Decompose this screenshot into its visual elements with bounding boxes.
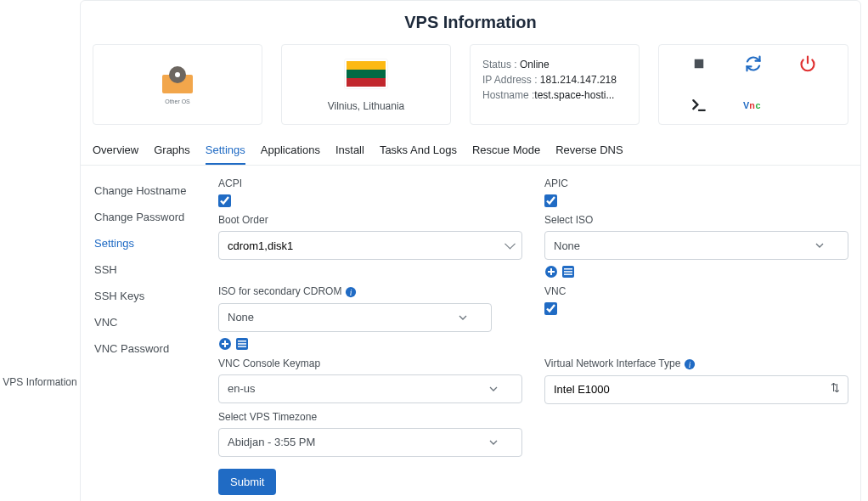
svg-text:n: n [749,100,755,110]
select-iso-dropdown[interactable]: None [544,231,848,260]
page-title: VPS Information [81,13,860,32]
svg-text:i: i [688,359,690,369]
breadcrumb: VPS Information [0,0,80,501]
sidebar-item-ssh[interactable]: SSH [93,256,211,283]
actions-card: Vnc [658,44,848,125]
timezone-label: Select VPS Timezone [218,411,522,423]
apic-label: APIC [544,177,848,189]
add-iso-secondary-button[interactable] [218,337,232,351]
select-iso-value: None [554,239,580,252]
tab-tasks[interactable]: Tasks And Logs [380,138,457,165]
ip-value: 181.214.147.218 [540,74,617,86]
vnc-keymap-value: en-us [228,382,256,395]
svg-rect-7 [564,271,572,273]
hostname-label: Hostname : [482,89,534,101]
acpi-checkbox[interactable] [218,194,231,207]
status-value: Online [520,59,550,70]
sidebar-item-settings[interactable]: Settings [93,230,211,256]
chevron-down-icon [815,241,824,250]
flag-icon [345,59,387,88]
stop-button[interactable] [681,48,717,79]
svg-rect-13 [238,341,246,342]
list-iso-button[interactable] [561,265,575,279]
os-card: Other OS [93,44,262,125]
settings-form: ACPI APIC Boot Order cdrom1,disk1 [218,177,848,495]
acpi-label: ACPI [218,177,522,189]
add-iso-button[interactable] [544,265,558,279]
info-icon[interactable]: i [345,286,357,298]
tab-reverse-dns[interactable]: Reverse DNS [555,138,623,165]
tab-install[interactable]: Install [335,138,364,165]
tab-overview[interactable]: Overview [93,138,138,165]
tab-rescue[interactable]: Rescue Mode [472,138,540,165]
select-iso-label: Select ISO [544,214,848,226]
svg-text:c: c [755,100,760,110]
submit-button[interactable]: Submit [218,469,276,495]
svg-text:i: i [349,287,352,296]
ip-label: IP Address : [482,74,540,86]
vnc-keymap-label: VNC Console Keymap [218,357,522,369]
vnit-label: Virtual Network Interface Type i [544,357,848,370]
vnc-keymap-dropdown[interactable]: en-us [218,374,522,403]
svg-rect-0 [695,59,704,69]
chevron-down-icon [489,385,498,393]
sidebar-item-vncpw[interactable]: VNC Password [93,335,211,362]
hostname-value: test.space-hosti... [534,89,614,101]
restart-button[interactable] [736,48,771,79]
svg-rect-8 [564,273,572,275]
sidebar-item-hostname[interactable]: Change Hostname [93,177,211,204]
info-icon[interactable]: i [684,358,696,370]
terminal-button[interactable] [681,91,717,121]
timezone-value: Abidjan - 3:55 PM [228,436,315,448]
vnc-label: VNC [544,285,848,297]
svg-rect-6 [564,268,572,270]
main-panel: VPS Information Other OS Vilnius, Lithua… [80,0,861,501]
tab-applications[interactable]: Applications [261,138,320,165]
chevron-down-icon [459,313,467,322]
boot-order-label: Boot Order [218,214,522,226]
chevron-down-icon [489,438,498,447]
location-text: Vilnius, Lithuania [328,100,405,112]
tab-settings[interactable]: Settings [206,138,245,165]
sidebar-item-password[interactable]: Change Password [93,204,211,230]
apic-checkbox[interactable] [544,194,557,207]
status-label: Status : [482,59,520,70]
iso-secondary-value: None [228,311,254,324]
list-iso-secondary-button[interactable] [235,337,249,351]
sidebar-item-sshkeys[interactable]: SSH Keys [93,283,211,309]
os-label: Other OS [165,99,190,104]
vnc-checkbox[interactable] [544,302,557,315]
timezone-dropdown[interactable]: Abidjan - 3:55 PM [218,428,522,457]
settings-sidebar: Change Hostname Change Password Settings… [93,177,211,495]
tabs: Overview Graphs Settings Applications In… [81,138,860,166]
action-placeholder [790,91,826,121]
os-icon [161,66,194,97]
svg-rect-15 [238,346,246,347]
svg-rect-14 [238,343,246,345]
iso-secondary-label: ISO for secondary CDROM i [218,285,522,298]
boot-order-select[interactable]: cdrom1,disk1 [218,231,522,260]
iso-secondary-dropdown[interactable]: None [218,303,492,332]
status-card: Status : Online IP Address : 181.214.147… [470,44,640,125]
tab-graphs[interactable]: Graphs [154,138,190,165]
vnit-select[interactable]: Intel E1000 [544,375,848,404]
location-card: Vilnius, Lithuania [281,44,451,125]
power-button[interactable] [790,48,826,79]
vnc-button[interactable]: Vnc [736,91,771,121]
sidebar-item-vnc[interactable]: VNC [93,309,211,335]
